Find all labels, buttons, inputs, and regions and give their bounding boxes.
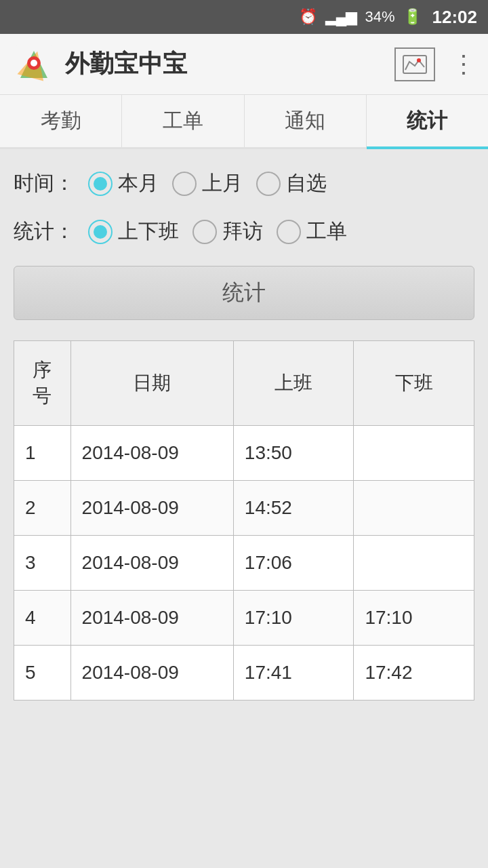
svg-point-6 [417, 58, 421, 62]
cell-end [354, 481, 474, 536]
cell-start: 17:41 [233, 646, 354, 701]
cell-end [354, 536, 474, 591]
radio-circle-workorder [277, 220, 301, 244]
cell-index: 5 [14, 646, 71, 701]
cell-start: 14:52 [233, 481, 354, 536]
col-header-date: 日期 [70, 341, 233, 426]
tab-attendance[interactable]: 考勤 [0, 95, 122, 147]
cell-start: 13:50 [233, 426, 354, 481]
col-header-index: 序号 [14, 341, 71, 426]
stats-filter-label: 统计： [14, 218, 75, 245]
radio-circle-last-month [172, 172, 197, 196]
content-area: 时间： 本月 上月 自选 统计： 上下班 拜访 [0, 149, 488, 721]
cell-date: 2014-08-09 [70, 481, 233, 536]
radio-label-current-month: 本月 [118, 170, 159, 197]
radio-label-visit: 拜访 [222, 218, 263, 245]
cell-end [354, 426, 474, 481]
col-header-start: 上班 [233, 341, 354, 426]
cell-date: 2014-08-09 [70, 646, 233, 701]
radio-last-month[interactable]: 上月 [172, 170, 243, 197]
tab-bar: 考勤 工单 通知 统计 [0, 95, 488, 149]
status-time: 12:02 [432, 7, 478, 28]
radio-label-custom: 自选 [286, 170, 327, 197]
radio-custom[interactable]: 自选 [256, 170, 327, 197]
cell-start: 17:06 [233, 536, 354, 591]
radio-circle-custom [256, 172, 281, 196]
time-filter-label: 时间： [14, 170, 75, 197]
table-header-row: 序号 日期 上班 下班 [14, 341, 474, 426]
signal-icon: ▂▄▆ [325, 8, 357, 26]
stats-filter-row: 统计： 上下班 拜访 工单 [14, 218, 474, 245]
radio-label-workorder: 工单 [306, 218, 347, 245]
radio-circle-commute [88, 220, 113, 244]
cell-start: 17:10 [233, 591, 354, 646]
radio-commute[interactable]: 上下班 [88, 218, 179, 245]
cell-date: 2014-08-09 [70, 536, 233, 591]
table-row: 5 2014-08-09 17:41 17:42 [14, 646, 474, 701]
radio-label-last-month: 上月 [202, 170, 243, 197]
app-icon [14, 44, 54, 85]
radio-visit[interactable]: 拜访 [192, 218, 263, 245]
cell-end: 17:10 [354, 591, 474, 646]
app-title: 外勤宝中宝 [65, 47, 394, 81]
battery-icon: 🔋 [403, 8, 422, 26]
stats-button[interactable]: 统计 [14, 266, 474, 320]
svg-point-4 [30, 60, 37, 66]
cell-end: 17:42 [354, 646, 474, 701]
cell-index: 2 [14, 481, 71, 536]
tab-workorder[interactable]: 工单 [122, 95, 244, 147]
title-bar: 外勤宝中宝 ⋮ [0, 34, 488, 95]
stats-radio-group: 上下班 拜访 工单 [88, 218, 347, 245]
map-button[interactable] [394, 47, 435, 81]
more-menu-button[interactable]: ⋮ [451, 50, 474, 79]
table-row: 3 2014-08-09 17:06 [14, 536, 474, 591]
cell-date: 2014-08-09 [70, 591, 233, 646]
radio-current-month[interactable]: 本月 [88, 170, 159, 197]
status-bar: ⏰ ▂▄▆ 34% 🔋 12:02 [0, 0, 488, 34]
table-row: 1 2014-08-09 13:50 [14, 426, 474, 481]
clock-icon: ⏰ [299, 8, 317, 26]
cell-index: 1 [14, 426, 71, 481]
cell-index: 4 [14, 591, 71, 646]
time-filter-row: 时间： 本月 上月 自选 [14, 170, 474, 197]
tab-stats[interactable]: 统计 [367, 95, 488, 147]
time-radio-group: 本月 上月 自选 [88, 170, 327, 197]
tab-notify[interactable]: 通知 [245, 95, 367, 147]
cell-date: 2014-08-09 [70, 426, 233, 481]
table-row: 2 2014-08-09 14:52 [14, 481, 474, 536]
radio-label-commute: 上下班 [118, 218, 179, 245]
data-table: 序号 日期 上班 下班 1 2014-08-09 13:50 2 2014-08… [14, 340, 474, 701]
col-header-end: 下班 [354, 341, 474, 426]
radio-workorder[interactable]: 工单 [277, 218, 347, 245]
radio-circle-visit [192, 220, 217, 244]
table-row: 4 2014-08-09 17:10 17:10 [14, 591, 474, 646]
battery-indicator: 34% [365, 8, 394, 26]
cell-index: 3 [14, 536, 71, 591]
radio-circle-current-month [88, 172, 113, 196]
